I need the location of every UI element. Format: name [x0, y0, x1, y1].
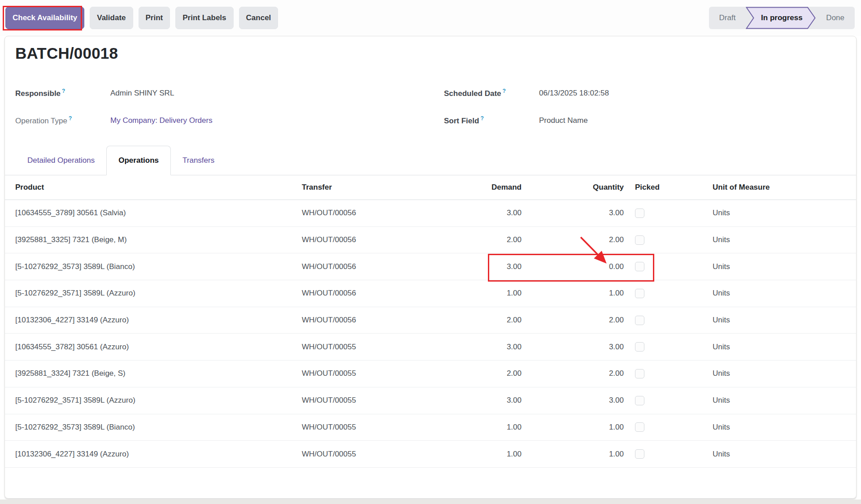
quantity-cell: 1.00 — [522, 450, 624, 459]
tab-detailed-operations[interactable]: Detailed Operations — [16, 146, 106, 175]
product-cell: [3925881_3325] 7321 (Beige, M) — [5, 235, 302, 244]
table-row[interactable]: [10132306_4227] 33149 (Azzuro)WH/OUT/000… — [5, 307, 856, 334]
statusbar: DraftIn progressDone — [709, 7, 855, 29]
table-row[interactable]: [5-10276292_3571] 3589L (Azzuro)WH/OUT/0… — [5, 387, 856, 414]
picked-cell — [624, 235, 700, 245]
demand-cell: 1.00 — [463, 450, 522, 459]
field-scheduled-date-value[interactable]: 06/13/2025 18:02:58 — [539, 89, 609, 98]
button-print-labels[interactable]: Print Labels — [175, 7, 233, 29]
transfer-cell: WH/OUT/00055 — [302, 369, 463, 378]
transfer-cell: WH/OUT/00056 — [302, 209, 463, 217]
field-responsible-value[interactable]: Admin SHINY SRL — [110, 89, 174, 98]
transfer-cell: WH/OUT/00055 — [302, 450, 463, 459]
tab-operations[interactable]: Operations — [106, 146, 171, 175]
help-icon: ? — [480, 115, 483, 122]
uom-cell: Units — [700, 289, 856, 298]
table-row[interactable]: [10132306_4227] 33149 (Azzuro)WH/OUT/000… — [5, 441, 856, 468]
transfer-cell: WH/OUT/00055 — [302, 423, 463, 432]
product-cell: [5-10276292_3571] 3589L (Azzuro) — [5, 289, 302, 298]
header-product[interactable]: Product — [5, 183, 302, 192]
field-responsible-label: Responsible? — [15, 88, 110, 98]
picked-cell — [624, 209, 700, 218]
label-text: Sort Field — [444, 117, 479, 125]
tab-transfers[interactable]: Transfers — [171, 146, 226, 175]
picked-cell — [624, 342, 700, 352]
demand-cell: 3.00 — [463, 262, 522, 271]
label-text: Responsible — [15, 89, 61, 98]
picked-checkbox[interactable] — [635, 449, 644, 459]
demand-cell: 2.00 — [463, 369, 522, 378]
header-quantity[interactable]: Quantity — [522, 183, 624, 192]
picked-checkbox[interactable] — [635, 369, 644, 378]
picked-checkbox[interactable] — [635, 262, 644, 271]
picked-checkbox[interactable] — [635, 396, 644, 405]
table-row[interactable]: [5-10276292_3571] 3589L (Azzuro)WH/OUT/0… — [5, 280, 856, 307]
product-cell: [5-10276292_3571] 3589L (Azzuro) — [5, 396, 302, 405]
header-uom[interactable]: Unit of Measure — [700, 183, 856, 192]
demand-cell: 2.00 — [463, 235, 522, 244]
table-row[interactable]: [5-10276292_3573] 3589L (Bianco)WH/OUT/0… — [5, 253, 856, 280]
quantity-cell: 1.00 — [522, 289, 624, 298]
button-print[interactable]: Print — [139, 7, 170, 29]
product-cell: [10132306_4227] 33149 (Azzuro) — [5, 316, 302, 325]
demand-cell: 1.00 — [463, 423, 522, 432]
table-row[interactable]: [5-10276292_3573] 3589L (Bianco)WH/OUT/0… — [5, 414, 856, 441]
header-transfer[interactable]: Transfer — [302, 183, 463, 192]
header-picked[interactable]: Picked — [624, 183, 700, 192]
field-operation-type-value[interactable]: My Company: Delivery Orders — [110, 116, 213, 125]
tabs: Detailed OperationsOperationsTransfers — [5, 146, 856, 175]
field-group: Responsible? Admin SHINY SRL Scheduled D… — [5, 79, 856, 134]
picked-cell — [624, 422, 700, 432]
table-row[interactable]: [3925881_3324] 7321 (Beige, S)WH/OUT/000… — [5, 361, 856, 387]
quantity-cell: 2.00 — [522, 316, 624, 325]
picked-cell — [624, 289, 700, 298]
demand-cell: 3.00 — [463, 396, 522, 405]
transfer-cell: WH/OUT/00056 — [302, 235, 463, 244]
transfer-cell: WH/OUT/00055 — [302, 343, 463, 352]
step-in-progress[interactable]: In progress — [746, 7, 816, 29]
picked-checkbox[interactable] — [635, 422, 644, 432]
header-demand[interactable]: Demand — [463, 183, 522, 192]
label-text: Scheduled Date — [444, 89, 501, 98]
help-icon: ? — [69, 115, 72, 122]
transfer-cell: WH/OUT/00056 — [302, 262, 463, 271]
step-draft[interactable]: Draft — [709, 7, 746, 29]
picked-cell — [624, 262, 700, 271]
demand-cell: 1.00 — [463, 289, 522, 298]
uom-cell: Units — [700, 343, 856, 352]
transfer-cell: WH/OUT/00055 — [302, 396, 463, 405]
demand-cell: 2.00 — [463, 316, 522, 325]
field-sort-field-value[interactable]: Product Name — [539, 116, 588, 125]
action-buttons: Check AvailabilityValidatePrintPrint Lab… — [5, 7, 278, 29]
page-background-strip — [0, 500, 861, 504]
button-check-availability[interactable]: Check Availability — [5, 7, 84, 29]
picked-checkbox[interactable] — [635, 342, 644, 352]
picked-cell — [624, 369, 700, 378]
table-row[interactable]: [10634555_3789] 30561 (Salvia)WH/OUT/000… — [5, 200, 856, 227]
uom-cell: Units — [700, 262, 856, 271]
button-validate[interactable]: Validate — [90, 7, 133, 29]
picked-checkbox[interactable] — [635, 316, 644, 325]
quantity-cell: 2.00 — [522, 235, 624, 244]
quantity-cell: 3.00 — [522, 343, 624, 352]
uom-cell: Units — [700, 369, 856, 378]
uom-cell: Units — [700, 316, 856, 325]
field-scheduled-date: Scheduled Date? 06/13/2025 18:02:58 — [444, 79, 846, 107]
help-icon: ? — [503, 88, 506, 94]
picked-cell — [624, 396, 700, 405]
button-cancel[interactable]: Cancel — [239, 7, 278, 29]
table-row[interactable]: [3925881_3325] 7321 (Beige, M)WH/OUT/000… — [5, 227, 856, 254]
picked-checkbox[interactable] — [635, 235, 644, 245]
help-icon: ? — [62, 88, 65, 94]
table-row[interactable]: [10634555_3782] 30561 (Azzuro)WH/OUT/000… — [5, 334, 856, 361]
uom-cell: Units — [700, 423, 856, 432]
quantity-cell: 1.00 — [522, 423, 624, 432]
transfer-cell: WH/OUT/00056 — [302, 316, 463, 325]
picked-cell — [624, 316, 700, 325]
picked-checkbox[interactable] — [635, 209, 644, 218]
product-cell: [3925881_3324] 7321 (Beige, S) — [5, 369, 302, 378]
transfer-cell: WH/OUT/00056 — [302, 289, 463, 298]
field-operation-type: Operation Type? My Company: Delivery Ord… — [15, 107, 444, 134]
picked-checkbox[interactable] — [635, 289, 644, 298]
step-done[interactable]: Done — [816, 7, 855, 29]
